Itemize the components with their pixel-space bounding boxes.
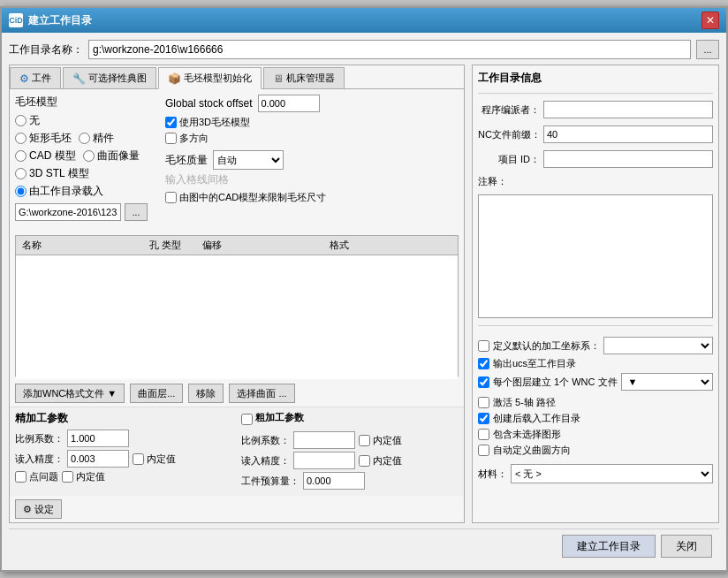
notes-textarea[interactable] [478,194,713,318]
stock-model-group: 无 矩形毛坯 精件 [15,113,156,221]
per-drawing-checkbox[interactable] [478,376,489,388]
project-id-input[interactable] [543,150,713,168]
scale-factor-input[interactable] [67,430,129,447]
global-offset-input[interactable] [258,95,320,112]
ucs-dropdown[interactable] [603,337,713,354]
title-bar-left: CiD 建立工作目录 [9,13,92,28]
material-select[interactable]: < 无 > [511,464,713,483]
right-checkboxes: 定义默认的加工坐标系： 输出ucs至工作目录 每个图层建立 1个 WNC 文件 [478,337,713,457]
radio-stl[interactable]: 3D STL 模型 [15,166,156,181]
tab-content: 毛坯模型 无 矩形毛坯 [10,89,464,232]
tab-workpiece-label: 工件 [32,72,51,85]
settings-row: ⚙ 设定 [10,496,464,522]
after-build-label: 创建后载入工作目录 [493,412,580,425]
after-build-row: 创建后载入工作目录 [478,412,713,425]
radio-fromjob[interactable]: 由工作目录载入 [15,184,156,199]
rough-scale-input[interactable] [293,431,355,449]
path-label: 工作目录名称： [9,42,83,57]
rough-scale-row: 比例系数： 内定值 [241,431,459,449]
rough-tolerance-row: 读入精度： 内定值 [241,452,459,469]
per-drawing-dropdown[interactable]: ▼ [621,373,713,391]
dialog-footer: 建立工作目录 关闭 [9,529,719,563]
define-ucs-label: 定义默认的加工坐标系： [493,339,600,353]
point-issue-row: 点问题 内定值 [15,470,232,483]
col-type: 孔 类型 [147,238,200,253]
scale-factor-row: 比例系数： [15,430,232,447]
build-button[interactable]: 建立工作目录 [562,535,656,558]
settings-button[interactable]: ⚙ 设定 [15,499,62,519]
nc-prefix-input[interactable] [543,125,713,143]
params-row: 精加工参数 比例系数： 读入精度： 内定值 [10,407,464,496]
from-job-browse[interactable]: ... [125,203,148,221]
surface-button[interactable]: 曲面层... [130,384,183,403]
tab-machine[interactable]: 🖥 机床管理器 [263,67,345,88]
radio-curve[interactable]: 曲面像量 [83,148,140,164]
use3d-check[interactable]: 使用3D毛坯模型 [165,116,459,129]
tab-bar: ⚙ 工件 🔧 可选择性典图 📦 毛坯模型初始化 🖥 机床管理器 [10,65,464,89]
output-ucs-checkbox[interactable] [478,358,489,369]
col-name: 名称 [19,238,147,253]
include-unchecked-checkbox[interactable] [478,429,489,440]
scale-factor-label: 比例系数： [15,432,64,445]
close-button[interactable]: ✕ [701,11,719,29]
grid-tolerance-label: 输入格线间格 [165,173,229,186]
stock-model-label: 毛坯模型 [15,95,156,110]
add-wnc-button[interactable]: 添加WNC格式文件 ▼ [15,384,125,403]
stock-models-col: 毛坯模型 无 矩形毛坯 [15,95,156,226]
path-input[interactable] [88,40,691,59]
stock-quality-label: 毛坯质量 [165,153,208,168]
per-drawing-row: 每个图层建立 1个 WNC 文件 ▼ [478,373,713,391]
five-axis-checkbox[interactable] [478,397,489,408]
tab-machine-label: 机床管理器 [286,72,335,85]
programmer-label: 程序编派者： [478,103,540,117]
after-build-checkbox[interactable] [478,413,489,424]
point-issue-check[interactable]: 点问题 [15,470,58,483]
tab-optional[interactable]: 🔧 可选择性典图 [63,67,156,88]
radio-rough[interactable]: 精件 [79,131,114,146]
remove-button[interactable]: 移除 [188,384,224,403]
body-prediction-input[interactable] [303,472,365,490]
rough-intval2-check[interactable]: 内定值 [359,454,402,468]
app-icon: CiD [9,13,23,27]
close-dialog-button[interactable]: 关闭 [661,535,712,558]
rough-params-check[interactable]: 粗加工参数 [241,411,459,428]
machine-icon: 🖥 [273,72,284,85]
browse-button[interactable]: ... [696,40,719,59]
dialog-title: 建立工作目录 [28,13,92,28]
dialog-body: 工作目录名称： ... ⚙ 工件 🔧 可选择性典图 [2,33,726,570]
radio-none[interactable]: 无 [15,113,156,128]
stock-options-col: Global stock offset 使用3D毛坯模型 多方向 毛坯 [165,95,459,226]
tab-optional-label: 可选择性典图 [88,72,147,85]
body-prediction-row: 工件预算量： [241,472,459,490]
from-job-path-input[interactable] [15,203,121,221]
stock-quality-select[interactable]: 自动 [213,150,284,170]
internal-val2-check[interactable]: 内定值 [62,470,105,483]
per-drawing-label: 每个图层建立 1个 WNC 文件 [493,376,618,389]
tab-workpiece[interactable]: ⚙ 工件 [10,67,61,88]
custom-curve-checkbox[interactable] [478,445,489,456]
file-table: 名称 孔 类型 偏移 格式 [15,235,459,376]
define-ucs-checkbox[interactable] [478,340,489,352]
workpiece-icon: ⚙ [19,72,29,85]
stock-icon: 📦 [168,72,181,85]
internal-val-check[interactable]: 内定值 [133,453,176,466]
tab-stock[interactable]: 📦 毛坯模型初始化 [158,67,262,89]
rough-tolerance-input[interactable] [293,452,355,469]
project-id-label: 项目 ID： [478,153,540,166]
main-area: ⚙ 工件 🔧 可选择性典图 📦 毛坯模型初始化 🖥 机床管理器 [9,65,719,523]
output-ucs-row: 输出ucs至工作目录 [478,357,713,370]
radio-cad[interactable]: CAD 模型 [15,148,76,164]
multidirection-check[interactable]: 多方向 [165,132,459,145]
optional-icon: 🔧 [72,72,86,85]
body-prediction-label: 工件预算量： [241,475,300,488]
tolerance-row: 读入精度： 内定值 [15,450,232,468]
include-unchecked-row: 包含未选择图形 [478,428,713,441]
rough-intval1-check[interactable]: 内定值 [359,434,402,447]
select-surface-button[interactable]: 选择曲面 ... [229,384,294,403]
from-cad-check[interactable]: 由图中的CAD模型来限制毛坯尺寸 [165,191,459,204]
radio-row-1: 矩形毛坯 精件 [15,131,156,146]
radio-rect[interactable]: 矩形毛坯 [15,131,72,146]
global-offset-label: Global stock offset [165,97,253,110]
programmer-input[interactable] [543,101,713,118]
tolerance-input[interactable] [67,450,129,468]
